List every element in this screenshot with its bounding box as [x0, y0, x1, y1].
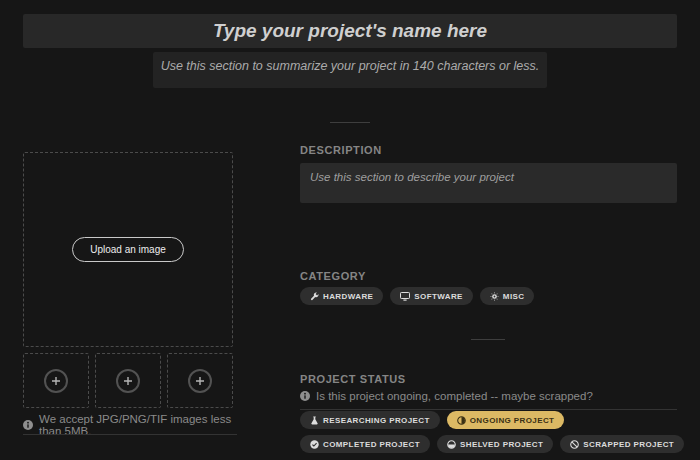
status-option-ongoing[interactable]: ONGOING PROJECT [447, 411, 565, 429]
category-option-misc[interactable]: MISC [480, 287, 535, 305]
info-icon [300, 391, 310, 401]
status-option-label: RESEARCHING PROJECT [323, 416, 430, 425]
status-option-label: COMPLETED PROJECT [323, 440, 420, 449]
plus-circle-icon [44, 369, 68, 393]
ban-circle-icon [570, 440, 579, 449]
category-label: CATEGORY [300, 270, 366, 282]
status-option-completed[interactable]: COMPLETED PROJECT [300, 435, 430, 453]
category-option-label: MISC [503, 292, 525, 301]
left-column-divider [23, 434, 237, 435]
status-option-shelved[interactable]: SHELVED PROJECT [437, 435, 553, 453]
thumbnail-slots [23, 353, 233, 408]
upload-image-button[interactable]: Upload an image [72, 237, 184, 262]
image-dropzone[interactable]: Upload an image [23, 152, 233, 347]
plus-circle-icon [188, 369, 212, 393]
flask-icon [310, 416, 319, 425]
category-option-software[interactable]: SOFTWARE [390, 287, 473, 305]
project-summary-input[interactable] [153, 52, 547, 88]
project-status-hint: Is this project ongoing, completed -- ma… [300, 390, 677, 410]
status-option-researching[interactable]: RESEARCHING PROJECT [300, 411, 440, 429]
info-icon [23, 420, 33, 430]
section-divider [330, 122, 370, 123]
category-options: HARDWARE SOFTWARE MISC [300, 287, 677, 305]
status-option-label: SCRAPPED PROJECT [583, 440, 674, 449]
thumbnail-slot-3[interactable] [167, 353, 233, 408]
category-option-hardware[interactable]: HARDWARE [300, 287, 383, 305]
thumbnail-slot-2[interactable] [95, 353, 161, 408]
section-divider [471, 339, 505, 340]
monitor-icon [400, 292, 410, 301]
status-option-label: SHELVED PROJECT [460, 440, 543, 449]
description-label: DESCRIPTION [300, 144, 382, 156]
category-option-label: SOFTWARE [414, 292, 463, 301]
contrast-circle-icon [447, 440, 456, 449]
project-status-label: PROJECT STATUS [300, 373, 406, 385]
project-name-input[interactable] [23, 14, 677, 48]
status-option-scrapped[interactable]: SCRAPPED PROJECT [560, 435, 684, 453]
check-circle-icon [310, 440, 319, 449]
wrench-icon [310, 292, 319, 301]
thumbnail-slot-1[interactable] [23, 353, 89, 408]
half-circle-icon [457, 416, 466, 425]
project-status-hint-text: Is this project ongoing, completed -- ma… [316, 390, 593, 402]
gear-icon [490, 292, 499, 301]
plus-circle-icon [116, 369, 140, 393]
category-option-label: HARDWARE [323, 292, 373, 301]
description-input[interactable] [300, 163, 677, 203]
status-option-label: ONGOING PROJECT [470, 416, 555, 425]
project-status-options: RESEARCHING PROJECT ONGOING PROJECT COMP… [300, 411, 685, 453]
